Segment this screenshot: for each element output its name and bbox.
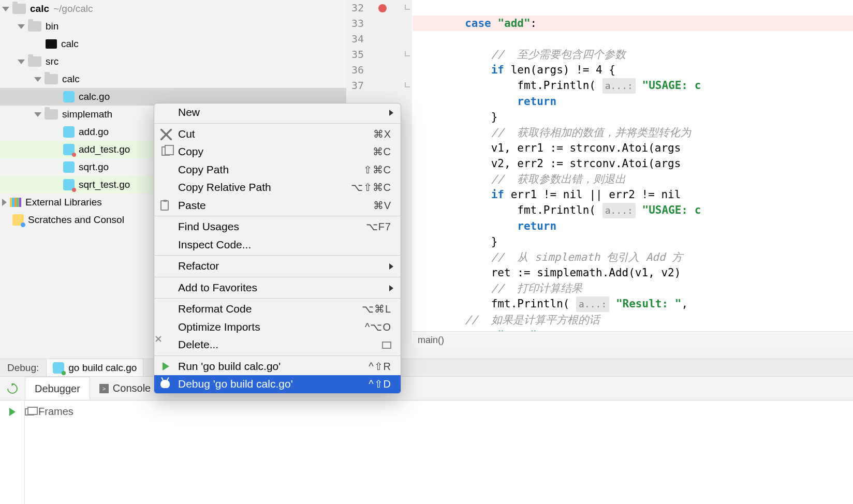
debug-tabs: Debugger > Console → [0,376,853,400]
scratch-icon [12,214,24,226]
gutter-line-32[interactable]: 32 [346,0,412,16]
menu-copypath-shortcut: ⇧⌘C [363,164,391,176]
console-icon: > [99,384,109,393]
tree-calcbin-label: calc [61,38,79,50]
delete-icon [382,342,391,349]
breakpoint-icon[interactable] [378,4,387,12]
code-comment: // 获取待相加的数值，并将类型转化为 [491,126,692,139]
bug-icon [160,380,170,388]
code-kw: return [517,95,556,108]
tree-bin-label: bin [46,21,58,32]
go-run-icon [53,362,64,374]
tree-calc-bin[interactable]: calc [0,35,346,53]
go-test-icon [63,144,75,155]
menu-new[interactable]: New [154,103,401,122]
go-file-icon [63,161,75,173]
code-kw: return [517,220,556,232]
menu-favorites[interactable]: Add to Favorites [154,279,401,297]
rerun-button[interactable] [0,377,25,400]
code-text: fmt.Println( [517,204,596,216]
menu-reformat-shortcut: ⌥⌘L [362,303,391,315]
chevron-down-icon[interactable] [18,24,25,29]
tree-scratch-label: Scratches and Consol [28,214,124,226]
menu-delete-label: Delete... [178,338,218,351]
menu-find-shortcut: ⌥F7 [366,220,391,233]
param-hint: a...: [576,297,609,312]
code-editor[interactable]: case "add": // 至少需要包含四个参数 if len(args) !… [413,0,853,331]
menu-optimize[interactable]: Optimize Imports^⌥O [154,318,401,336]
breadcrumb-label: main() [418,335,444,345]
resume-button[interactable] [9,408,16,416]
menu-run-label: Run 'go build calc.go' [178,360,281,373]
tree-calcdir-label: calc [62,73,80,85]
code-text: ret := simplemath.Add(v1, v2) [491,266,681,279]
menu-separator [154,277,401,277]
menu-delete[interactable]: Delete... [154,336,401,354]
code-str: "USAGE: c [642,204,701,216]
menu-copy-shortcut: ⌘C [373,145,391,158]
play-icon [163,362,169,370]
chevron-right-icon[interactable] [2,199,7,206]
code-kw: case [465,17,491,29]
folder-icon [45,74,58,84]
menu-copy-path[interactable]: Copy Path⇧⌘C [154,161,401,179]
frames-header[interactable]: Frames [25,406,73,418]
gutter-line-33[interactable]: 33 [346,16,412,31]
gutter-line-35[interactable]: 35 [346,47,412,62]
tree-calc-dir[interactable]: calc [0,70,346,88]
tree-root-path: ~/go/calc [53,3,93,14]
code-text: } [491,111,498,123]
menu-new-label: New [178,106,200,118]
menu-copy-rel[interactable]: Copy Relative Path⌥⇧⌘C [154,179,401,197]
gutter-line-34[interactable]: 34 [346,31,412,47]
chevron-down-icon[interactable] [34,77,41,82]
debug-body: Frames [0,400,853,504]
menu-reformat[interactable]: Reformat Code⌥⌘L [154,300,401,318]
go-test-icon [63,179,75,190]
menu-refactor[interactable]: Refactor [154,257,401,275]
menu-cut[interactable]: Cut⌘X [154,125,401,143]
go-file-icon [63,126,75,138]
code-comment: simplemath [535,251,600,263]
menu-separator [154,255,401,256]
chevron-down-icon[interactable] [18,60,25,64]
code-kw: if [491,64,504,76]
tree-root-label: calc [30,3,49,14]
menu-find-usages[interactable]: Find Usages⌥F7 [154,218,401,236]
tree-root[interactable]: calc ~/go/calc [0,0,346,18]
code-text: , [681,298,694,310]
fold-icon[interactable] [405,82,410,87]
param-hint: a...: [602,78,636,94]
fold-icon[interactable] [405,5,410,10]
code-text: } [491,235,498,248]
paste-icon [160,200,169,211]
chevron-down-icon[interactable] [2,7,9,11]
tree-bin[interactable]: bin [0,18,346,35]
run-config-tab[interactable]: go build calc.go [46,359,143,376]
chevron-down-icon[interactable] [34,112,41,117]
gutter-line-36[interactable]: 36 [346,62,412,78]
menu-debug[interactable]: Debug 'go build calc.go'^⇧D [154,375,401,393]
tree-src[interactable]: src [0,53,346,70]
menu-paste[interactable]: Paste⌘V [154,197,401,215]
context-menu: New Cut⌘X Copy⌘C Copy Path⇧⌘C Copy Relat… [154,103,401,394]
gutter-line-37[interactable]: 37 [346,78,412,93]
menu-run-shortcut: ^⇧R [369,360,391,373]
fold-icon[interactable] [405,51,410,56]
menu-paste-label: Paste [178,199,206,212]
tab-console-label: Console [113,382,151,394]
code-text: err1 != nil || err2 != nil [504,188,681,201]
terminal-icon [46,39,57,49]
menu-inspect-code[interactable]: Inspect Code... [154,236,401,254]
tab-debugger[interactable]: Debugger [25,377,90,400]
menu-fav-label: Add to Favorites [178,281,257,294]
tree-sm-label: simplemath [62,109,112,120]
menu-optimize-label: Optimize Imports [178,321,260,333]
code-str: "add" [497,17,530,29]
menu-run[interactable]: Run 'go build calc.go'^⇧R [154,358,401,376]
tree-addgo-label: add.go [79,126,109,138]
menu-copypath-label: Copy Path [178,164,229,176]
breadcrumb[interactable]: main() [413,331,853,348]
menu-copy[interactable]: Copy⌘C [154,143,401,161]
menu-copy-label: Copy [178,145,203,158]
